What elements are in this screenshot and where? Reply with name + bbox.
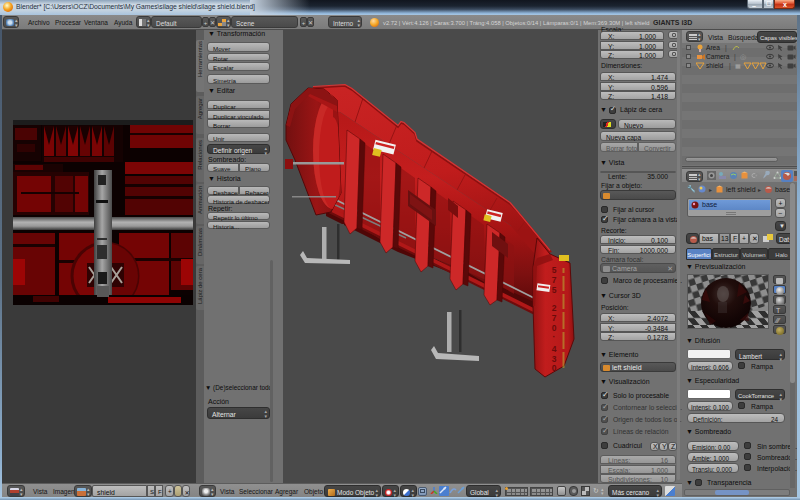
- svg-text:2: 2: [552, 303, 557, 313]
- svg-text:5: 5: [552, 265, 557, 275]
- svg-text:0: 0: [552, 363, 557, 373]
- svg-text:7: 7: [552, 313, 557, 323]
- svg-text:7: 7: [552, 275, 557, 285]
- svg-text:4: 4: [552, 344, 557, 354]
- svg-text:·: ·: [553, 332, 556, 342]
- svg-text:5: 5: [552, 285, 557, 295]
